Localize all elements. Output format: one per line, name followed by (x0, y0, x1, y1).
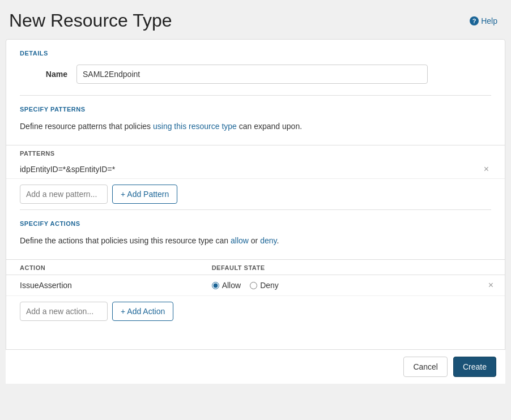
default-state-col-header: DEFAULT STATE (198, 260, 426, 275)
actions-description-link2: deny (260, 236, 276, 245)
action-name-cell: IssueAssertion (6, 275, 198, 296)
actions-table: ACTION DEFAULT STATE IssueAssertion Allo… (6, 259, 505, 296)
deny-radio-label[interactable]: Deny (250, 281, 279, 290)
deny-label: Deny (260, 281, 279, 290)
help-icon: ? (470, 16, 479, 25)
specify-patterns-section-label: SPECIFY PATTERNS (20, 106, 491, 113)
create-button[interactable]: Create (453, 357, 496, 377)
name-input[interactable] (76, 65, 428, 84)
add-action-input[interactable] (20, 302, 108, 321)
cancel-button[interactable]: Cancel (403, 357, 448, 377)
default-state-cell: Allow Deny (198, 275, 426, 296)
actions-description-link1: allow (231, 236, 249, 245)
specify-actions-section-label: SPECIFY ACTIONS (20, 220, 491, 227)
pattern-row: idpEntityID=*&spEntityID=* × (6, 160, 505, 179)
details-section-label: DETAILS (20, 50, 491, 57)
remove-action-cell: × (426, 275, 505, 296)
allow-radio-label[interactable]: Allow (212, 281, 241, 290)
add-pattern-row: + Add Pattern (6, 179, 505, 209)
patterns-sub-label: PATTERNS (6, 145, 505, 160)
footer-bar: Cancel Create (6, 349, 505, 384)
pattern-value: idpEntityID=*&spEntityID=* (20, 165, 115, 174)
help-label: Help (481, 16, 497, 25)
add-pattern-button[interactable]: + Add Pattern (112, 185, 177, 204)
allow-label: Allow (222, 281, 241, 290)
add-action-row: + Add Action (6, 296, 505, 327)
name-label: Name (20, 70, 76, 79)
page-title: New Resource Type (9, 10, 172, 31)
allow-radio[interactable] (212, 282, 219, 289)
action-col-header: ACTION (6, 260, 198, 275)
deny-radio[interactable] (250, 282, 257, 289)
remove-action-button[interactable]: × (486, 281, 496, 290)
patterns-description-link: using this resource type (153, 122, 237, 131)
actions-description: Define the actions that policies using t… (20, 235, 491, 247)
patterns-description: Define resource patterns that policies u… (20, 121, 491, 132)
add-pattern-input[interactable] (20, 185, 108, 204)
help-link[interactable]: ? Help (470, 16, 497, 25)
remove-pattern-button[interactable]: × (482, 165, 491, 174)
add-action-button[interactable]: + Add Action (112, 302, 173, 321)
table-row: IssueAssertion Allow Deny (6, 275, 505, 296)
